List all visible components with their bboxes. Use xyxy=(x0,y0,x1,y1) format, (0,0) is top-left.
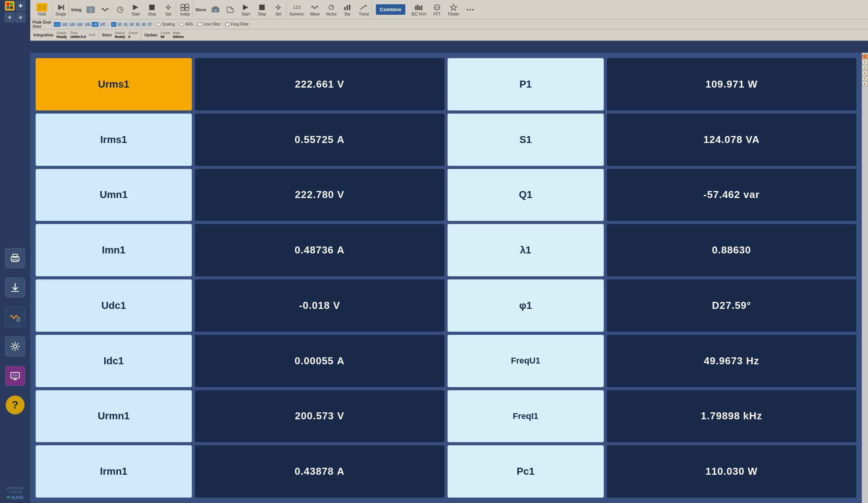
help-icon-btn[interactable]: ? xyxy=(5,395,25,415)
wave-btn[interactable]: Wave xyxy=(307,2,323,17)
fft-btn[interactable]: FFT FFT xyxy=(429,2,445,17)
frequ1-label[interactable]: FreqU1 xyxy=(448,335,604,387)
svg-rect-31 xyxy=(185,4,189,7)
svg-marker-23 xyxy=(133,5,138,10)
freq-filter-group: Freq Filter xyxy=(226,22,249,26)
numeric-btn[interactable]: 123 Numeric xyxy=(287,2,306,17)
stop-btn[interactable]: Stop xyxy=(144,2,160,17)
print-icon-btn[interactable] xyxy=(5,248,25,268)
store-set-btn[interactable]: Set xyxy=(270,2,286,17)
q1-label[interactable]: Q1 xyxy=(448,169,604,221)
update-rate-item: Rate 500ms xyxy=(173,31,184,39)
vector-btn[interactable]: Vector xyxy=(324,2,339,17)
u4-btn[interactable]: U4 xyxy=(76,22,83,27)
i3-btn[interactable]: I3 xyxy=(123,22,129,27)
phi1-label[interactable]: φ1 xyxy=(448,279,604,332)
imn1-label[interactable]: Imn1 xyxy=(36,224,192,276)
store-stop-btn[interactable]: Stop xyxy=(254,2,270,17)
i5-btn[interactable]: I5 xyxy=(135,22,141,27)
i2-btn[interactable]: I2 xyxy=(117,22,122,27)
scroll-tick-5[interactable]: 5 xyxy=(862,76,868,81)
svg-point-57 xyxy=(467,9,468,10)
avg-radio[interactable] xyxy=(180,22,184,26)
umn1-label[interactable]: Umn1 xyxy=(36,169,192,221)
set-btn[interactable]: Set xyxy=(160,2,176,17)
i7-btn[interactable]: I7 xyxy=(147,22,153,27)
freqi1-label[interactable]: FreqI1 xyxy=(448,390,604,443)
scroll-tick-4[interactable]: 4 xyxy=(862,71,868,75)
flicker-btn[interactable]: Flicker xyxy=(446,2,462,17)
combine-wrapper: Combine xyxy=(373,3,408,16)
scroll-tick-2[interactable]: 2 xyxy=(862,60,868,64)
urmn1-value: 200.573 V xyxy=(195,390,444,443)
i4-btn[interactable]: I4 xyxy=(129,22,134,27)
i-channels: I1 I2 I3 I4 I5 I6 I7 xyxy=(111,22,155,27)
iec-hrm-btn[interactable]: IEC Hrm xyxy=(409,2,429,17)
plus-left-btn[interactable]: + xyxy=(5,12,15,22)
idc1-value: 0.00055 A xyxy=(195,335,444,387)
svg-rect-3 xyxy=(10,6,13,9)
start-btn[interactable]: Start xyxy=(128,2,143,17)
peak-over-label: Peak Over Over xyxy=(33,20,52,29)
hold-btn[interactable]: Hold xyxy=(35,2,49,17)
svg-marker-16 xyxy=(58,5,64,10)
u1-btn[interactable]: U1 xyxy=(54,22,61,27)
scroll-tick-3[interactable]: 3 xyxy=(862,65,868,70)
i6-btn[interactable]: I6 xyxy=(141,22,146,27)
p1-value: 109.971 W xyxy=(607,58,856,110)
add-btn[interactable]: + xyxy=(16,1,26,11)
scroll-tick-1[interactable]: 1 xyxy=(862,54,868,59)
pc1-label[interactable]: Pc1 xyxy=(448,445,604,498)
right-scrollbar[interactable]: 1 2 3 4 5 6 xyxy=(862,53,868,503)
svg-rect-33 xyxy=(185,8,189,10)
u2-btn[interactable]: U2 xyxy=(61,22,68,27)
indep-btn[interactable]: Indep xyxy=(177,2,193,17)
svg-point-25 xyxy=(167,6,169,9)
store-count-key: Count xyxy=(128,31,138,35)
display-icon-btn[interactable] xyxy=(5,366,25,386)
svg-rect-32 xyxy=(181,8,184,10)
bar-btn[interactable]: Bar xyxy=(340,2,355,17)
store-status-key: Status xyxy=(115,31,125,35)
combine-btn[interactable]: Combine xyxy=(376,4,405,15)
idc1-label[interactable]: Idc1 xyxy=(36,335,192,387)
settings-icon-btn[interactable] xyxy=(5,336,25,357)
single-btn[interactable]: Single xyxy=(53,2,69,17)
update-status-group: Update Count 98 Rate 500ms xyxy=(141,29,187,40)
clock-btn[interactable] xyxy=(113,5,127,15)
waveform-icon-2-btn[interactable] xyxy=(98,5,112,15)
store-start-btn[interactable]: Start xyxy=(238,2,253,17)
p1-label[interactable]: P1 xyxy=(448,58,604,110)
integ-icon-btn[interactable]: ∫ xyxy=(84,5,98,15)
sub-toolbar: Peak Over Over U1 U2 U3 U4 U5 U6 U7 I1 I… xyxy=(30,19,868,29)
lambda1-label[interactable]: λ1 xyxy=(448,224,604,276)
svg-point-9 xyxy=(14,345,17,348)
freq-filter-cb[interactable] xyxy=(226,22,229,26)
i1-btn[interactable]: I1 xyxy=(111,22,117,27)
urms1-label[interactable]: Urms1 xyxy=(36,58,192,110)
scaling-radio[interactable] xyxy=(157,22,160,26)
u7-btn[interactable]: U7 xyxy=(99,22,106,27)
svg-point-59 xyxy=(472,9,474,10)
store-icon-btn[interactable] xyxy=(208,5,222,15)
svg-text:FFT: FFT xyxy=(434,6,440,10)
trend-btn[interactable]: Trend xyxy=(356,2,372,17)
logo-btn[interactable] xyxy=(5,1,15,11)
u3-btn[interactable]: U3 xyxy=(69,22,76,27)
download-icon-btn[interactable] xyxy=(5,277,25,298)
scroll-tick-6[interactable]: 6 xyxy=(862,81,868,86)
u6-btn[interactable]: U6 xyxy=(92,22,99,27)
toolbar-container: Hold Single Integ ∫ xyxy=(30,0,868,41)
u5-btn[interactable]: U5 xyxy=(84,22,91,27)
irms1-label[interactable]: Irms1 xyxy=(36,114,192,166)
plus-right-btn[interactable]: + xyxy=(16,12,26,22)
more-btn[interactable] xyxy=(462,5,478,15)
store-file-btn[interactable] xyxy=(223,5,237,15)
udc1-label[interactable]: Udc1 xyxy=(36,279,192,332)
line-filter-cb[interactable] xyxy=(198,22,202,26)
waveform-icon-btn[interactable] xyxy=(5,307,25,327)
s1-label[interactable]: S1 xyxy=(448,114,604,166)
urmn1-label[interactable]: Urmn1 xyxy=(36,390,192,443)
pc1-value: 110.030 W xyxy=(607,445,856,498)
irmn1-label[interactable]: Irmn1 xyxy=(36,445,192,498)
